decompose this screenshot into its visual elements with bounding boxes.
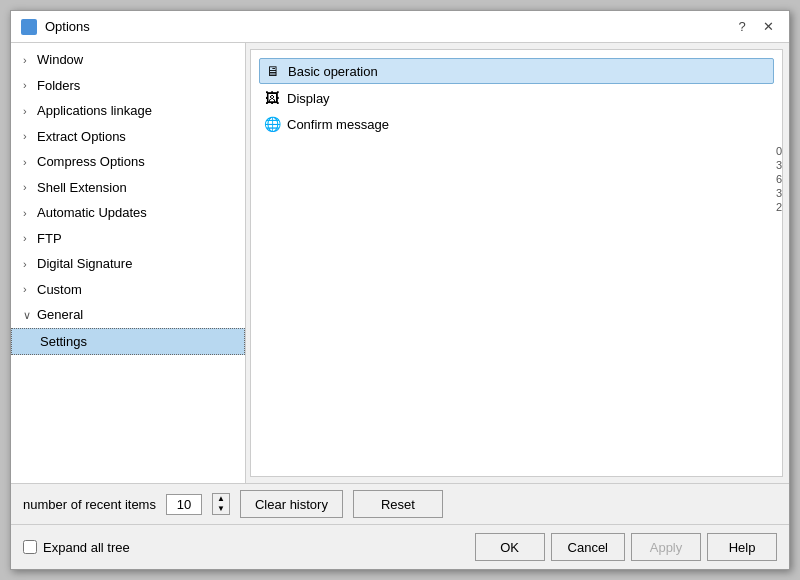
right-item-basic-operation[interactable]: 🖥Basic operation	[259, 58, 774, 84]
footer: Expand all tree OK Cancel Apply Help	[11, 524, 789, 569]
left-tree-panel: ›Window›Folders›Applications linkage›Ext…	[11, 43, 246, 483]
ok-button[interactable]: OK	[475, 533, 545, 561]
dialog-body: ›Window›Folders›Applications linkage›Ext…	[11, 43, 789, 483]
right-item-icon-confirm-message: 🌐	[263, 115, 281, 133]
right-item-display[interactable]: 🖼Display	[259, 86, 774, 110]
spinner: ▲ ▼	[212, 493, 230, 515]
right-item-label-confirm-message: Confirm message	[287, 117, 389, 132]
apply-button[interactable]: Apply	[631, 533, 701, 561]
side-number-4: 2	[776, 201, 782, 213]
sidebar-item-shell-extension[interactable]: ›Shell Extension	[11, 175, 245, 201]
expand-all-label[interactable]: Expand all tree	[23, 540, 130, 555]
arrow-icon-window: ›	[23, 52, 33, 69]
title-bar: Options ? ✕	[11, 11, 789, 43]
side-number-1: 3	[776, 159, 782, 171]
right-item-icon-display: 🖼	[263, 89, 281, 107]
sidebar-label-window: Window	[37, 50, 83, 70]
sidebar-label-extract-options: Extract Options	[37, 127, 126, 147]
right-content-panel: 🖥Basic operation🖼Display🌐Confirm message	[250, 49, 783, 477]
dialog-title: Options	[45, 19, 90, 34]
arrow-icon-extract-options: ›	[23, 128, 33, 145]
sidebar-item-automatic-updates[interactable]: ›Automatic Updates	[11, 200, 245, 226]
side-number-2: 6	[776, 173, 782, 185]
sidebar-item-ftp[interactable]: ›FTP	[11, 226, 245, 252]
arrow-icon-digital-signature: ›	[23, 256, 33, 273]
recent-value-input[interactable]	[166, 494, 202, 515]
help-button[interactable]: ?	[731, 16, 753, 38]
expand-all-checkbox[interactable]	[23, 540, 37, 554]
arrow-icon-compress-options: ›	[23, 154, 33, 171]
sidebar-item-window[interactable]: ›Window	[11, 47, 245, 73]
arrow-icon-shell-extension: ›	[23, 179, 33, 196]
spinner-down-button[interactable]: ▼	[213, 504, 229, 514]
sidebar-label-applications-linkage: Applications linkage	[37, 101, 152, 121]
bottom-recent-bar: number of recent items ▲ ▼ Clear history…	[11, 483, 789, 524]
sidebar-item-custom[interactable]: ›Custom	[11, 277, 245, 303]
dialog-icon	[21, 19, 37, 35]
sidebar-label-folders: Folders	[37, 76, 80, 96]
right-item-icon-basic-operation: 🖥	[264, 62, 282, 80]
arrow-icon-automatic-updates: ›	[23, 205, 33, 222]
options-dialog: Options ? ✕ ›Window›Folders›Applications…	[10, 10, 790, 570]
recent-label: number of recent items	[23, 497, 156, 512]
right-item-label-display: Display	[287, 91, 330, 106]
arrow-icon-custom: ›	[23, 281, 33, 298]
sidebar-item-extract-options[interactable]: ›Extract Options	[11, 124, 245, 150]
expand-all-text: Expand all tree	[43, 540, 130, 555]
side-number-0: 0	[776, 145, 782, 157]
sidebar-label-settings: Settings	[40, 332, 87, 352]
sidebar-item-general[interactable]: ∨General	[11, 302, 245, 328]
sidebar-label-digital-signature: Digital Signature	[37, 254, 132, 274]
sidebar-label-automatic-updates: Automatic Updates	[37, 203, 147, 223]
title-bar-buttons: ? ✕	[731, 16, 779, 38]
sidebar-item-digital-signature[interactable]: ›Digital Signature	[11, 251, 245, 277]
side-numbers: 03632	[769, 141, 789, 217]
arrow-icon-general: ∨	[23, 307, 33, 324]
right-item-confirm-message[interactable]: 🌐Confirm message	[259, 112, 774, 136]
side-number-3: 3	[776, 187, 782, 199]
sidebar-item-applications-linkage[interactable]: ›Applications linkage	[11, 98, 245, 124]
right-item-label-basic-operation: Basic operation	[288, 64, 378, 79]
footer-buttons: OK Cancel Apply Help	[475, 533, 777, 561]
reset-button[interactable]: Reset	[353, 490, 443, 518]
sidebar-label-shell-extension: Shell Extension	[37, 178, 127, 198]
sidebar-item-folders[interactable]: ›Folders	[11, 73, 245, 99]
sidebar-label-custom: Custom	[37, 280, 82, 300]
sidebar-label-general: General	[37, 305, 83, 325]
sidebar-item-compress-options[interactable]: ›Compress Options	[11, 149, 245, 175]
sidebar-label-compress-options: Compress Options	[37, 152, 145, 172]
arrow-icon-ftp: ›	[23, 230, 33, 247]
spinner-up-button[interactable]: ▲	[213, 494, 229, 504]
help-footer-button[interactable]: Help	[707, 533, 777, 561]
cancel-button[interactable]: Cancel	[551, 533, 625, 561]
title-bar-left: Options	[21, 19, 90, 35]
sidebar-item-settings[interactable]: Settings	[11, 328, 245, 356]
clear-history-button[interactable]: Clear history	[240, 490, 343, 518]
close-button[interactable]: ✕	[757, 16, 779, 38]
arrow-icon-applications-linkage: ›	[23, 103, 33, 120]
sidebar-label-ftp: FTP	[37, 229, 62, 249]
arrow-icon-folders: ›	[23, 77, 33, 94]
